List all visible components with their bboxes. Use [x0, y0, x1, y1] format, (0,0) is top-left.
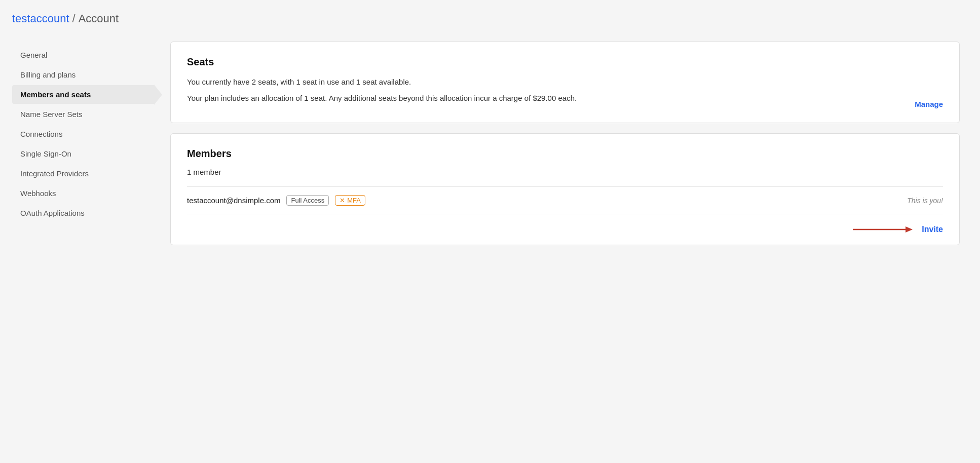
full-access-badge: Full Access — [286, 195, 329, 206]
sidebar-item-webhooks[interactable]: Webhooks — [12, 184, 154, 203]
invite-arrow-icon — [853, 223, 914, 236]
member-row: testaccount@dnsimple.com Full Access ✕ M… — [187, 186, 943, 214]
breadcrumb-account[interactable]: testaccount — [12, 12, 69, 25]
mfa-x-icon: ✕ — [340, 197, 345, 204]
members-card: Members 1 member testaccount@dnsimple.co… — [170, 133, 960, 245]
sidebar-item-connections[interactable]: Connections — [12, 125, 154, 143]
mfa-badge: ✕ MFA — [335, 195, 365, 206]
sidebar-item-name-server-sets[interactable]: Name Server Sets — [12, 105, 154, 124]
seats-description-line2: Your plan includes an allocation of 1 se… — [187, 92, 943, 104]
sidebar: General Billing and plans Members and se… — [12, 42, 154, 223]
invite-row: Invite — [187, 214, 943, 245]
svg-marker-1 — [906, 226, 913, 233]
mfa-label: MFA — [347, 197, 361, 204]
breadcrumb-current-page: Account — [79, 12, 119, 25]
page-wrapper: testaccount / Account General Billing an… — [0, 0, 980, 463]
seats-card-title: Seats — [187, 56, 943, 68]
sidebar-item-single-sign-on[interactable]: Single Sign-On — [12, 144, 154, 163]
seats-description-line1: You currently have 2 seats, with 1 seat … — [187, 76, 943, 88]
manage-link[interactable]: Manage — [915, 100, 943, 108]
sidebar-item-general[interactable]: General — [12, 46, 154, 64]
breadcrumb-separator: / — [72, 12, 76, 25]
self-label: This is you! — [907, 197, 943, 205]
member-count: 1 member — [187, 168, 943, 186]
members-card-title: Members — [187, 148, 943, 160]
sidebar-item-integrated-providers[interactable]: Integrated Providers — [12, 164, 154, 183]
sidebar-item-oauth-applications[interactable]: OAuth Applications — [12, 204, 154, 222]
member-email: testaccount@dnsimple.com — [187, 196, 280, 205]
breadcrumb: testaccount / Account — [12, 12, 960, 25]
layout: General Billing and plans Members and se… — [12, 42, 960, 245]
seats-card: Seats You currently have 2 seats, with 1… — [170, 42, 960, 123]
main-content: Seats You currently have 2 seats, with 1… — [170, 42, 960, 245]
invite-link[interactable]: Invite — [922, 225, 943, 234]
sidebar-item-billing-and-plans[interactable]: Billing and plans — [12, 65, 154, 84]
sidebar-item-members-and-seats[interactable]: Members and seats — [12, 85, 154, 104]
